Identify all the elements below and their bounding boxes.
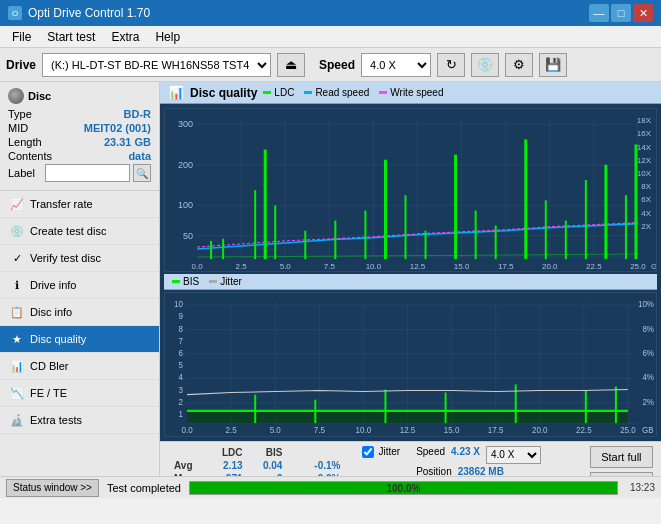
speed-select[interactable]: 4.0 X [361,53,431,77]
app-title: Opti Drive Control 1.70 [28,6,150,20]
fe-te-label: FE / TE [30,387,67,399]
sidebar-item-cd-bler[interactable]: 📊 CD Bler [0,353,159,380]
label-input[interactable] [45,164,130,182]
progress-container: 100.0% [189,481,618,495]
verify-test-disc-label: Verify test disc [30,252,101,264]
sidebar: Disc Type BD-R MID MEIT02 (001) Length 2… [0,82,160,476]
type-value: BD-R [124,108,152,120]
svg-text:6X: 6X [641,195,651,204]
status-window-button[interactable]: Status window >> [6,479,99,497]
disc-button[interactable]: 💿 [471,53,499,77]
svg-text:6%: 6% [642,349,654,358]
speed-stat-select[interactable]: 4.0 X [486,446,541,464]
bis-legend-label: BIS [183,276,199,287]
svg-text:18X: 18X [637,116,652,125]
drive-label: Drive [6,58,36,72]
svg-text:4X: 4X [641,208,651,217]
maximize-button[interactable]: □ [611,4,631,22]
svg-text:4: 4 [179,374,184,383]
svg-text:12X: 12X [637,156,652,165]
speed-stat-label: Speed [416,446,445,464]
sidebar-item-fe-te[interactable]: 📉 FE / TE [0,380,159,407]
svg-text:12.5: 12.5 [410,262,426,271]
svg-rect-0 [165,109,656,271]
length-value: 23.31 GB [104,136,151,148]
chart2-legend-bar: BIS Jitter [164,274,657,290]
charts-container: 300 200 100 50 18X 16X 14X 12X 10X 8X 6X… [160,104,661,441]
svg-text:GB: GB [642,427,654,436]
disc-quality-title: Disc quality [190,86,257,100]
minimize-button[interactable]: — [589,4,609,22]
bis-legend-color [172,280,180,283]
cd-bler-icon: 📊 [10,359,24,373]
create-test-disc-label: Create test disc [30,225,106,237]
fe-te-icon: 📉 [10,386,24,400]
drive-select[interactable]: (K:) HL-DT-ST BD-RE WH16NS58 TST4 [42,53,271,77]
disc-section: Disc Type BD-R MID MEIT02 (001) Length 2… [0,82,159,191]
sidebar-item-extra-tests[interactable]: 🔬 Extra tests [0,407,159,434]
svg-text:8%: 8% [642,325,654,334]
svg-text:2: 2 [179,398,184,407]
svg-text:7.5: 7.5 [324,262,336,271]
status-bar: Status window >> Test completed 100.0% 1… [0,476,661,498]
mid-label: MID [8,122,28,134]
drive-info-icon: ℹ [10,278,24,292]
svg-text:10X: 10X [637,169,652,178]
svg-text:10: 10 [174,300,183,309]
sidebar-item-transfer-rate[interactable]: 📈 Transfer rate [0,191,159,218]
length-label: Length [8,136,42,148]
svg-text:8: 8 [179,325,184,334]
jitter-checkbox[interactable] [362,446,374,458]
svg-text:4%: 4% [642,374,654,383]
record-button[interactable]: ⚙ [505,53,533,77]
status-text: Test completed [107,482,181,494]
write-speed-legend-color [379,91,387,94]
sidebar-item-drive-info[interactable]: ℹ Drive info [0,272,159,299]
menu-start-test[interactable]: Start test [39,28,103,46]
svg-text:22.5: 22.5 [586,262,602,271]
avg-ldc: 2.13 [203,459,248,472]
label-icon-button[interactable]: 🔍 [133,164,151,182]
svg-text:1: 1 [179,410,184,419]
sidebar-item-disc-quality[interactable]: ★ Disc quality [0,326,159,353]
sidebar-item-verify-test-disc[interactable]: ✓ Verify test disc [0,245,159,272]
bis-chart: 10 9 8 7 6 5 4 3 2 1 10% 8% 6% 4% 2% [164,292,657,436]
position-val: 23862 MB [458,466,504,476]
svg-text:2X: 2X [641,222,651,231]
svg-text:7: 7 [179,337,184,346]
eject-button[interactable]: ⏏ [277,53,305,77]
svg-text:22.5: 22.5 [576,427,592,436]
sidebar-nav: 📈 Transfer rate 💿 Create test disc ✓ Ver… [0,191,159,476]
start-full-button[interactable]: Start full [590,446,653,468]
stats-table: LDC BIS Avg 2.13 0.04 -0.1% Max 2 [168,446,346,476]
disc-header: Disc [28,90,51,102]
stats-area: LDC BIS Avg 2.13 0.04 -0.1% Max 2 [160,441,661,476]
create-test-disc-icon: 💿 [10,224,24,238]
svg-text:6: 6 [179,349,184,358]
ldc-legend-color [263,91,271,94]
svg-text:8X: 8X [641,182,651,191]
save-button[interactable]: 💾 [539,53,567,77]
disc-info-label: Disc info [30,306,72,318]
svg-text:16X: 16X [637,129,652,138]
cd-bler-label: CD Bler [30,360,69,372]
menu-help[interactable]: Help [147,28,188,46]
svg-text:GB: GB [651,262,656,271]
content-area: 📊 Disc quality LDC Read speed Write spee… [160,82,661,476]
speed-position-section: Speed 4.23 X 4.0 X Position 23862 MB Sam… [416,446,541,476]
disc-quality-label: Disc quality [30,333,86,345]
sidebar-item-disc-info[interactable]: 📋 Disc info [0,299,159,326]
sidebar-item-create-test-disc[interactable]: 💿 Create test disc [0,218,159,245]
svg-text:300: 300 [178,119,193,129]
disc-info-icon: 📋 [10,305,24,319]
svg-text:14X: 14X [637,143,652,152]
svg-text:5.0: 5.0 [270,427,282,436]
refresh-button[interactable]: ↻ [437,53,465,77]
start-part-button[interactable]: Start part [590,472,653,476]
close-button[interactable]: ✕ [633,4,653,22]
menu-bar: File Start test Extra Help [0,26,661,48]
menu-extra[interactable]: Extra [103,28,147,46]
transfer-rate-icon: 📈 [10,197,24,211]
svg-text:3: 3 [179,386,184,395]
menu-file[interactable]: File [4,28,39,46]
